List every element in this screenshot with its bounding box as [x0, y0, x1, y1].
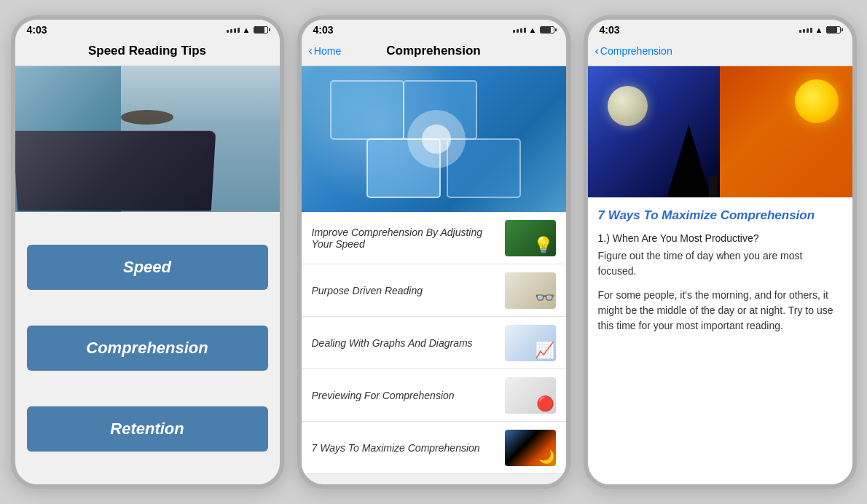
book-cover [15, 131, 216, 211]
article-body: 7 Ways To Maximize Comprehension 1.) Whe… [588, 197, 852, 484]
signal-icon-2 [513, 28, 526, 33]
list-text-2: Dealing With Graphs And Diagrams [312, 337, 505, 349]
list-thumb-2 [505, 325, 556, 361]
nav-back-2[interactable]: ‹ Home [309, 44, 342, 58]
moon-circle [608, 86, 648, 126]
article-text-0: Figure out the time of day when you are … [598, 248, 842, 279]
list-row-0[interactable]: Improve Comprehension By Adjusting Your … [302, 212, 566, 264]
nav-title-2: Comprehension [386, 44, 480, 58]
menu-items: Speed Comprehension Retention [15, 212, 280, 484]
phone1-content: Speed Comprehension Retention [15, 66, 280, 484]
status-bar-3: 4:03 ▲ [588, 20, 852, 37]
menu-item-retention[interactable]: Retention [27, 406, 268, 452]
nav-bar-3: ‹ Comprehension [588, 37, 852, 66]
menu-item-comprehension[interactable]: Comprehension [27, 326, 268, 371]
puzzle-bg [302, 66, 566, 212]
article-text-1: For some people, it's the morning, and f… [598, 288, 842, 334]
list-text-4: 7 Ways To Maximize Comprehension [312, 442, 505, 454]
chevron-back-icon: ‹ [309, 44, 313, 58]
list-row-1[interactable]: Purpose Driven Reading [302, 264, 566, 317]
list-row-2[interactable]: Dealing With Graphs And Diagrams [302, 317, 566, 369]
list-row-3[interactable]: Previewing For Comprehension [302, 369, 566, 422]
sun-circle [795, 79, 839, 123]
wifi-icon-2: ▲ [529, 25, 537, 34]
tree-trunk [709, 176, 718, 197]
list-text-3: Previewing For Comprehension [312, 390, 505, 401]
nav-title-1: Speed Reading Tips [88, 44, 206, 58]
list-thumb-1 [505, 272, 556, 309]
status-icons-1: ▲ [227, 25, 268, 34]
status-icons-3: ▲ [799, 25, 841, 34]
status-bar-1: 4:03 ▲ [15, 20, 280, 37]
time-1: 4:03 [27, 24, 47, 36]
list-thumb-4 [505, 430, 556, 466]
menu-label-retention: Retention [110, 420, 184, 438]
back-label-3: Comprehension [600, 45, 672, 57]
sun-side [720, 66, 852, 197]
svg-rect-0 [331, 81, 404, 139]
comprehension-hero [302, 66, 566, 212]
nav-back-3[interactable]: ‹ Comprehension [595, 44, 672, 58]
puzzle-svg [302, 66, 566, 212]
signal-icon-3 [799, 28, 812, 33]
status-bar-2: 4:03 ▲ [302, 20, 566, 37]
article-title-text: 7 Ways To Maximize Comprehension [598, 208, 815, 222]
eye-area [121, 110, 174, 125]
article-heading-0: 1.) When Are You Most Productive? [598, 232, 842, 244]
woman-figure [15, 66, 280, 212]
hero-image [15, 66, 280, 212]
menu-label-speed: Speed [123, 258, 171, 277]
back-label-2: Home [314, 45, 341, 57]
phone3-content: 7 Ways To Maximize Comprehension 1.) Whe… [588, 66, 852, 484]
battery-icon-3 [826, 26, 841, 34]
phone-3: 4:03 ▲ ‹ Comprehension [584, 15, 857, 489]
article-section-0: 1.) When Are You Most Productive? Figure… [598, 232, 842, 279]
time-3: 4:03 [600, 24, 620, 36]
svg-point-5 [422, 125, 451, 154]
list-items: Improve Comprehension By Adjusting Your … [302, 212, 566, 484]
phone-1: 4:03 ▲ Speed Reading Tips [11, 15, 284, 489]
battery-icon-2 [540, 26, 554, 34]
article-title: 7 Ways To Maximize Comprehension [598, 208, 842, 224]
wifi-icon: ▲ [243, 25, 251, 34]
time-2: 4:03 [313, 24, 334, 36]
menu-label-comprehension: Comprehension [86, 339, 208, 358]
status-icons-2: ▲ [513, 25, 554, 34]
wifi-icon-3: ▲ [815, 25, 823, 34]
chevron-back-icon-3: ‹ [595, 44, 599, 58]
phone-2: 4:03 ▲ ‹ Home Comprehension [297, 15, 570, 489]
menu-item-speed[interactable]: Speed [27, 245, 268, 290]
article-section-1: For some people, it's the morning, and f… [598, 288, 842, 334]
phone2-content: Improve Comprehension By Adjusting Your … [302, 66, 566, 484]
nav-bar-1: Speed Reading Tips [15, 37, 280, 66]
list-row-4[interactable]: 7 Ways To Maximize Comprehension [302, 422, 566, 474]
nav-bar-2: ‹ Home Comprehension [302, 37, 566, 66]
battery-icon [254, 26, 268, 34]
article-hero [588, 66, 852, 197]
list-text-1: Purpose Driven Reading [312, 285, 505, 296]
list-thumb-0 [505, 220, 556, 256]
list-thumb-3 [505, 377, 556, 414]
list-text-0: Improve Comprehension By Adjusting Your … [312, 227, 505, 250]
signal-icon [227, 28, 240, 33]
